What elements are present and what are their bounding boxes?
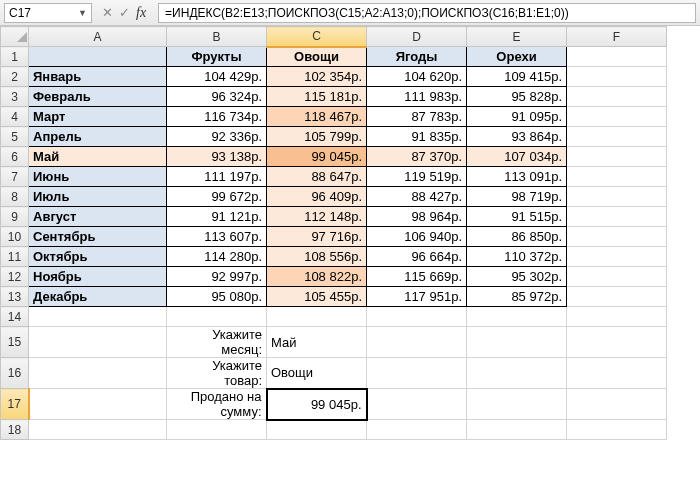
cell[interactable]: 115 181р. <box>267 87 367 107</box>
cell[interactable]: 91 121р. <box>167 207 267 227</box>
cell[interactable] <box>367 389 467 420</box>
cell[interactable] <box>467 420 567 440</box>
cell[interactable] <box>167 420 267 440</box>
cell[interactable] <box>567 420 667 440</box>
cell[interactable]: 97 716р. <box>267 227 367 247</box>
cell[interactable]: Октябрь <box>29 247 167 267</box>
cell[interactable] <box>367 327 467 358</box>
cell[interactable]: 112 148р. <box>267 207 367 227</box>
cell[interactable]: Фрукты <box>167 47 267 67</box>
cell[interactable]: 92 336р. <box>167 127 267 147</box>
cell[interactable]: Ягоды <box>367 47 467 67</box>
cell[interactable]: 88 427р. <box>367 187 467 207</box>
cell[interactable]: 98 719р. <box>467 187 567 207</box>
cell[interactable]: 95 828р. <box>467 87 567 107</box>
cell[interactable]: 111 197р. <box>167 167 267 187</box>
cell[interactable]: 91 095р. <box>467 107 567 127</box>
row-header[interactable]: 17 <box>1 389 29 420</box>
cell-product-value[interactable]: Овощи <box>267 358 367 389</box>
cell[interactable] <box>29 420 167 440</box>
cell[interactable]: Август <box>29 207 167 227</box>
cell[interactable] <box>567 127 667 147</box>
row-header[interactable]: 14 <box>1 307 29 327</box>
cell[interactable] <box>29 327 167 358</box>
row-header[interactable]: 6 <box>1 147 29 167</box>
cell-month-label[interactable]: Укажите месяц: <box>167 327 267 358</box>
cell[interactable] <box>167 307 267 327</box>
cell[interactable]: 105 455р. <box>267 287 367 307</box>
cell[interactable] <box>567 187 667 207</box>
cell[interactable] <box>467 358 567 389</box>
cell[interactable]: 96 409р. <box>267 187 367 207</box>
row-header[interactable]: 2 <box>1 67 29 87</box>
cell[interactable]: 87 783р. <box>367 107 467 127</box>
name-box[interactable]: C17 ▼ <box>4 3 92 23</box>
cell[interactable]: 108 556р. <box>267 247 367 267</box>
cell[interactable] <box>467 389 567 420</box>
cell-product-label[interactable]: Укажите товар: <box>167 358 267 389</box>
cell[interactable]: 110 372р. <box>467 247 567 267</box>
cell[interactable]: 93 138р. <box>167 147 267 167</box>
cell[interactable]: 114 280р. <box>167 247 267 267</box>
cell[interactable]: 93 864р. <box>467 127 567 147</box>
cell[interactable] <box>367 420 467 440</box>
cell[interactable]: 98 964р. <box>367 207 467 227</box>
cell[interactable]: 118 467р. <box>267 107 367 127</box>
cell[interactable]: 111 983р. <box>367 87 467 107</box>
col-header-a[interactable]: A <box>29 27 167 47</box>
cell[interactable]: 85 972р. <box>467 287 567 307</box>
row-header[interactable]: 18 <box>1 420 29 440</box>
cell[interactable] <box>467 327 567 358</box>
row-header[interactable]: 13 <box>1 287 29 307</box>
cell[interactable]: 109 415р. <box>467 67 567 87</box>
cell[interactable]: 99 672р. <box>167 187 267 207</box>
cell[interactable]: 95 080р. <box>167 287 267 307</box>
cell[interactable]: 105 799р. <box>267 127 367 147</box>
fx-icon[interactable]: fx <box>136 5 152 21</box>
cell[interactable] <box>567 67 667 87</box>
cell[interactable]: 91 515р. <box>467 207 567 227</box>
col-header-b[interactable]: B <box>167 27 267 47</box>
cell[interactable] <box>29 47 167 67</box>
cell[interactable]: 99 045р. <box>267 147 367 167</box>
cell[interactable] <box>567 247 667 267</box>
cell[interactable]: 104 429р. <box>167 67 267 87</box>
cell[interactable] <box>567 307 667 327</box>
cell-month-value[interactable]: Май <box>267 327 367 358</box>
cell[interactable]: Апрель <box>29 127 167 147</box>
cell[interactable] <box>29 389 167 420</box>
cell[interactable]: 115 669р. <box>367 267 467 287</box>
cell[interactable] <box>567 327 667 358</box>
row-header[interactable]: 12 <box>1 267 29 287</box>
cell[interactable]: 116 734р. <box>167 107 267 127</box>
cell[interactable] <box>267 420 367 440</box>
cell[interactable] <box>467 307 567 327</box>
cell[interactable]: Май <box>29 147 167 167</box>
cell[interactable]: Овощи <box>267 47 367 67</box>
col-header-e[interactable]: E <box>467 27 567 47</box>
cell[interactable] <box>567 47 667 67</box>
cell[interactable] <box>567 107 667 127</box>
cell[interactable]: 88 647р. <box>267 167 367 187</box>
cell[interactable]: 96 324р. <box>167 87 267 107</box>
cell[interactable]: Март <box>29 107 167 127</box>
cell[interactable]: 104 620р. <box>367 67 467 87</box>
cell[interactable]: Сентябрь <box>29 227 167 247</box>
cell[interactable] <box>29 307 167 327</box>
cell[interactable]: 113 091р. <box>467 167 567 187</box>
row-header[interactable]: 16 <box>1 358 29 389</box>
accept-icon[interactable]: ✓ <box>119 5 130 20</box>
cell[interactable]: 102 354р. <box>267 67 367 87</box>
row-header[interactable]: 4 <box>1 107 29 127</box>
cell[interactable]: 95 302р. <box>467 267 567 287</box>
cell[interactable] <box>567 167 667 187</box>
cell[interactable] <box>567 358 667 389</box>
row-header[interactable]: 1 <box>1 47 29 67</box>
cell[interactable]: 96 664р. <box>367 247 467 267</box>
row-header[interactable]: 8 <box>1 187 29 207</box>
cell[interactable] <box>29 358 167 389</box>
row-header[interactable]: 11 <box>1 247 29 267</box>
cell[interactable]: 106 940р. <box>367 227 467 247</box>
cell-result[interactable]: 99 045р. <box>267 389 367 420</box>
row-header[interactable]: 3 <box>1 87 29 107</box>
